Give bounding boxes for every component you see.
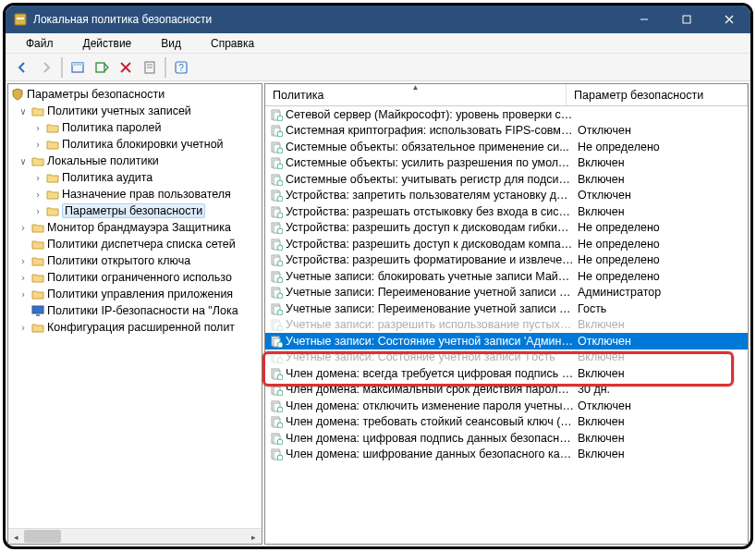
- back-button[interactable]: [11, 56, 33, 79]
- cell-setting: Не определено: [574, 141, 660, 153]
- expand-icon[interactable]: ›: [16, 289, 30, 300]
- tree-root[interactable]: Параметры безопасности: [8, 86, 262, 103]
- menu-file[interactable]: Файл: [11, 37, 68, 50]
- list-row[interactable]: Учетные записи: Состояние учетной записи…: [265, 350, 748, 366]
- tree-node-user-rights[interactable]: ›Назначение прав пользователя: [8, 186, 262, 202]
- expand-icon[interactable]: ›: [16, 256, 30, 266]
- list-row[interactable]: Устройства: разрешить форматирование и и…: [265, 252, 748, 269]
- svg-point-23: [277, 131, 283, 137]
- list-row[interactable]: Учетные записи: Переименование учетной з…: [265, 301, 748, 317]
- expand-icon[interactable]: ›: [30, 206, 45, 216]
- tool-help-button[interactable]: ?: [170, 56, 192, 79]
- list-row[interactable]: Член домена: всегда требуется цифровая п…: [265, 365, 748, 382]
- tree-node-pubkey[interactable]: ›Политики открытого ключа: [8, 252, 262, 269]
- tree-node-netlist[interactable]: Политики диспетчера списка сетей: [8, 236, 262, 252]
- tree-node-password-policy[interactable]: ›Политика паролей: [8, 119, 262, 136]
- list-row[interactable]: Системные объекты: обязательное применен…: [265, 139, 748, 155]
- collapse-icon[interactable]: ∨: [16, 106, 30, 117]
- menu-view[interactable]: Вид: [146, 37, 196, 50]
- svg-point-53: [277, 293, 283, 299]
- tree-node-softrestrict[interactable]: ›Политики ограниченного использо: [8, 269, 262, 286]
- list-row[interactable]: Учетные записи: Состояние учетной записи…: [265, 333, 748, 350]
- svg-point-83: [277, 455, 283, 460]
- cell-setting: Не определено: [574, 270, 660, 283]
- list-row[interactable]: Учетные записи: разрешить использование …: [265, 317, 748, 334]
- collapse-icon[interactable]: ∨: [16, 156, 30, 166]
- cell-policy: Член домена: цифровая подпись данных без…: [286, 432, 574, 445]
- tree-panel: Параметры безопасности ∨Политики учетных…: [7, 83, 262, 545]
- menu-help[interactable]: Справка: [196, 37, 269, 50]
- list-row[interactable]: Устройства: разрешить доступ к дисковода…: [265, 236, 748, 252]
- folder-icon: [30, 270, 45, 285]
- expand-icon[interactable]: ›: [16, 273, 30, 283]
- tree-node-appcontrol[interactable]: ›Политики управления приложения: [8, 286, 262, 302]
- column-setting[interactable]: Параметр безопасности: [567, 84, 748, 105]
- list-row[interactable]: Устройства: разрешать отстыковку без вхо…: [265, 203, 748, 220]
- close-button[interactable]: [708, 6, 750, 33]
- tree-node-audit-policy[interactable]: ›Политика аудита: [8, 169, 262, 186]
- cell-setting: Администратор: [574, 286, 661, 299]
- horizontal-scrollbar[interactable]: ◂ ▸: [8, 528, 262, 544]
- tree-node-local-policies[interactable]: ∨Локальные политики: [8, 153, 262, 169]
- policy-icon: [269, 350, 284, 364]
- expand-icon[interactable]: ›: [30, 123, 45, 133]
- folder-icon: [45, 187, 60, 202]
- policy-icon: [269, 172, 284, 187]
- list-row[interactable]: Системная криптография: использовать FIP…: [265, 123, 748, 140]
- tree-node-firewall[interactable]: ›Монитор брандмауэра Защитника: [8, 219, 262, 236]
- tool-export-button[interactable]: [91, 56, 113, 79]
- list-row[interactable]: Учетные записи: Переименование учетной з…: [265, 285, 748, 301]
- forward-button[interactable]: [35, 56, 57, 79]
- expand-icon[interactable]: ›: [16, 223, 30, 233]
- list-row[interactable]: Член домена: максимальный срок действия …: [265, 382, 748, 399]
- tree-label: Политики IP-безопасности на "Лока: [47, 304, 238, 317]
- expand-icon[interactable]: ›: [30, 173, 45, 183]
- list-row[interactable]: Учетные записи: блокировать учетные запи…: [265, 268, 748, 285]
- tool-delete-button[interactable]: [115, 56, 137, 79]
- list-row[interactable]: Устройства: разрешить доступ к дисковода…: [265, 220, 748, 237]
- policy-icon: [269, 140, 284, 154]
- menu-action[interactable]: Действие: [68, 37, 147, 50]
- list-row[interactable]: Системные объекты: учитывать регистр для…: [265, 171, 748, 188]
- cell-policy: Устройства: запретить пользователям уста…: [286, 189, 574, 202]
- tree-node-lockout-policy[interactable]: ›Политика блокировки учетной: [8, 136, 262, 153]
- expand-icon[interactable]: ›: [30, 190, 45, 200]
- expand-icon[interactable]: ›: [30, 140, 45, 150]
- cell-setting: Отключен: [574, 335, 631, 348]
- list-row[interactable]: Системные объекты: усилить разрешения по…: [265, 155, 748, 172]
- cell-policy: Устройства: разрешить доступ к дисковода…: [286, 238, 574, 251]
- column-policy[interactable]: ▲Политика: [265, 84, 567, 105]
- tool-properties-button[interactable]: [139, 56, 161, 79]
- separator: [61, 57, 63, 78]
- cell-setting: Включен: [574, 318, 625, 331]
- tree-node-security-options[interactable]: ›Параметры безопасности: [8, 202, 262, 219]
- list-row[interactable]: Сетевой сервер (Майкрософт): уровень про…: [265, 106, 748, 123]
- svg-point-68: [277, 374, 283, 380]
- svg-rect-7: [72, 63, 83, 66]
- cell-setting: 30 дн.: [574, 383, 610, 396]
- scroll-right-icon[interactable]: ▸: [246, 529, 262, 545]
- cell-policy: Системные объекты: обязательное применен…: [286, 141, 574, 153]
- folder-icon: [45, 120, 60, 135]
- expand-icon[interactable]: ›: [16, 323, 30, 333]
- tree-label: Конфигурация расширенной полит: [47, 321, 235, 334]
- cell-policy: Устройства: разрешать отстыковку без вхо…: [286, 205, 574, 218]
- maximize-button[interactable]: [665, 6, 708, 33]
- cell-setting: Включен: [574, 205, 625, 218]
- cell-policy: Член домена: шифрование данных безопасно…: [286, 448, 574, 460]
- scroll-thumb[interactable]: [24, 530, 61, 543]
- list-row[interactable]: Член домена: отключить изменение пароля …: [265, 398, 748, 414]
- tree-node-ipsec[interactable]: Политики IP-безопасности на "Лока: [8, 302, 262, 319]
- list-row[interactable]: Устройства: запретить пользователям уста…: [265, 188, 748, 204]
- tree-node-account-policies[interactable]: ∨Политики учетных записей: [8, 103, 262, 119]
- minimize-button[interactable]: [623, 6, 665, 33]
- folder-icon: [30, 153, 45, 168]
- list-row[interactable]: Член домена: требовать стойкий сеансовый…: [265, 414, 748, 431]
- list-row[interactable]: Член домена: шифрование данных безопасно…: [265, 447, 748, 463]
- list-row[interactable]: Член домена: цифровая подпись данных без…: [265, 430, 748, 447]
- tree-label: Политика блокировки учетной: [62, 138, 224, 151]
- cell-setting: Включен: [574, 367, 625, 380]
- tree-node-advaudit[interactable]: ›Конфигурация расширенной полит: [8, 319, 262, 336]
- scroll-left-icon[interactable]: ◂: [8, 529, 24, 545]
- tool-browse-button[interactable]: [67, 56, 89, 79]
